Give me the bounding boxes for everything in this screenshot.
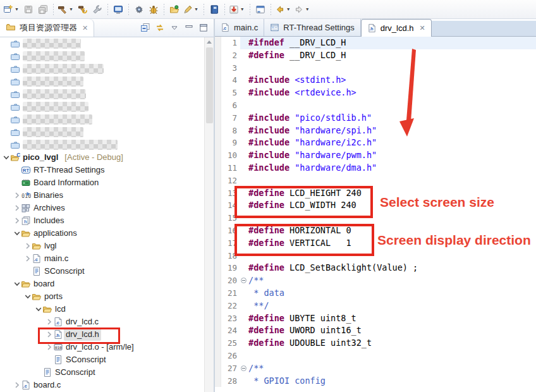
code-text[interactable]: * GPIOI config — [248, 375, 536, 388]
forward-arrow-button[interactable]: ▼ — [293, 2, 312, 17]
tree-item-lcd[interactable]: lcd — [0, 303, 204, 315]
code-text[interactable]: #ifndef __DRV_LCD_H — [248, 37, 536, 49]
terminal-button[interactable] — [111, 2, 125, 17]
maximize-button[interactable] — [198, 23, 209, 33]
tree-item-sconscript[interactable]: SConscript — [0, 366, 204, 379]
dropdown-arrow-icon[interactable]: ▼ — [285, 2, 292, 17]
tree-item-sconscript[interactable]: SConscript — [0, 353, 204, 366]
tree-item-lvgl[interactable]: lvgl — [0, 240, 204, 252]
tree-item-main-c[interactable]: .cmain.c — [0, 252, 204, 265]
code-line-15[interactable]: 15 — [215, 212, 536, 224]
code-line-13[interactable]: 13#define LCD_HEIGHT 240 — [215, 187, 536, 200]
code-text[interactable]: /** — [248, 362, 536, 375]
code-line-10[interactable]: 10#include "hardware/pwm.h" — [215, 149, 536, 162]
code-text[interactable]: #include <rtdevice.h> — [248, 87, 536, 99]
code-line-3[interactable]: 3 — [215, 62, 536, 75]
code-line-17[interactable]: 17#define VERTICAL 1 — [215, 237, 536, 250]
tree-scrollbar[interactable] — [204, 37, 214, 392]
code-line-20[interactable]: 20/** — [215, 274, 536, 287]
code-line-25[interactable]: 25#define UDOUBLE uint32_t — [215, 337, 536, 350]
tree-item-redacted[interactable] — [0, 75, 204, 88]
code-text[interactable]: #define HORIZONTAL 0 — [248, 224, 536, 237]
build-all-button[interactable] — [76, 2, 90, 17]
code-text[interactable]: **/ — [248, 300, 536, 312]
code-line-11[interactable]: 11#include "hardware/dma.h" — [215, 162, 536, 175]
build-button[interactable]: ▼ — [57, 2, 75, 17]
fold-minus-icon[interactable] — [240, 362, 248, 375]
code-text[interactable]: #define LCD_SetBacklight(Value) ; — [248, 262, 536, 274]
code-line-8[interactable]: 8#include "hardware/spi.h" — [215, 125, 536, 137]
collapse-all-button[interactable] — [140, 23, 150, 33]
build-settings-wrench-button[interactable] — [90, 2, 104, 17]
new-wizard-button[interactable]: ▼ — [3, 2, 21, 17]
debug-bug-button[interactable] — [147, 2, 161, 17]
tree-item-redacted[interactable] — [0, 50, 204, 63]
tree-item-rt-thread-settings[interactable]: RTRT-Thread Settings — [0, 164, 204, 176]
code-text[interactable]: #include "hardware/i2c.h" — [248, 137, 536, 149]
debug-config-gear-button[interactable] — [132, 2, 146, 17]
back-arrow-button[interactable]: ▼ — [274, 2, 293, 17]
tree-item-board[interactable]: board — [0, 278, 204, 290]
code-line-21[interactable]: 21 * data — [215, 287, 536, 300]
code-line-12[interactable]: 12 — [215, 175, 536, 187]
scroll-up-icon[interactable] — [205, 37, 214, 47]
dropdown-arrow-icon[interactable]: ▼ — [239, 2, 246, 17]
code-text[interactable]: #include <stdint.h> — [248, 74, 536, 87]
link-with-editor-button[interactable] — [155, 23, 165, 33]
close-icon[interactable]: ✕ — [418, 24, 425, 32]
code-line-14[interactable]: 14#define LCD_WIDTH 240 — [215, 199, 536, 212]
tree-item-redacted[interactable] — [0, 113, 204, 126]
dropdown-arrow-icon[interactable]: ▼ — [193, 2, 200, 17]
tree-item-archives[interactable]: Archives — [0, 202, 204, 214]
code-text[interactable]: #define __DRV_LCD_H — [248, 49, 536, 62]
code-text[interactable]: #include "hardware/dma.h" — [248, 162, 536, 175]
code-text[interactable] — [248, 99, 536, 112]
save-button[interactable] — [21, 2, 35, 17]
code-text[interactable] — [248, 350, 536, 362]
code-text[interactable] — [248, 62, 536, 75]
tree-item-drv-lcd-o-arm-le[interactable]: 010drv_lcd.o - [arm/le] — [0, 341, 204, 353]
code-text[interactable]: #define LCD_WIDTH 240 — [248, 199, 536, 212]
code-text[interactable]: #define UBYTE uint8_t — [248, 312, 536, 325]
tree-item-redacted[interactable] — [0, 37, 204, 50]
code-text[interactable]: #include "hardware/pwm.h" — [248, 149, 536, 162]
code-line-7[interactable]: 7#include "pico/stdlib.h" — [215, 112, 536, 125]
code-line-1[interactable]: 1#ifndef __DRV_LCD_H — [215, 37, 536, 49]
help-book-button[interactable] — [207, 2, 221, 17]
tree-item-redacted[interactable] — [0, 126, 204, 138]
code-line-28[interactable]: 28 * GPIOI config — [215, 375, 536, 388]
code-text[interactable] — [248, 212, 536, 224]
code-text[interactable]: * data — [248, 287, 536, 300]
code-text[interactable]: /** — [248, 274, 536, 287]
console-view-button[interactable] — [253, 2, 267, 17]
code-text[interactable] — [248, 175, 536, 187]
dropdown-arrow-icon[interactable]: ▼ — [68, 2, 75, 17]
tree-item-redacted[interactable] — [0, 63, 204, 75]
minimize-button[interactable] — [184, 23, 194, 33]
code-text[interactable]: #define UDOUBLE uint32_t — [248, 337, 536, 350]
close-icon[interactable]: ✕ — [81, 24, 88, 32]
code-line-27[interactable]: 27/** — [215, 362, 536, 375]
code-text[interactable] — [248, 250, 536, 262]
dropdown-arrow-icon[interactable]: ▼ — [13, 2, 20, 17]
code-line-4[interactable]: 4#include <stdint.h> — [215, 74, 536, 87]
tree-item-redacted[interactable] — [0, 138, 204, 151]
editor-tab-main-c[interactable]: .cmain.c — [215, 19, 264, 36]
tab-project-explorer[interactable]: 项目资源管理器 ✕ — [0, 19, 94, 37]
code-line-2[interactable]: 2#define __DRV_LCD_H — [215, 49, 536, 62]
code-text[interactable]: #include "hardware/spi.h" — [248, 125, 536, 137]
code-line-6[interactable]: 6 — [215, 99, 536, 112]
scrollbar-thumb[interactable] — [206, 47, 213, 123]
code-text[interactable]: #define UWORD uint16_t — [248, 324, 536, 337]
fold-minus-icon[interactable] — [240, 274, 248, 287]
tree-item-ports[interactable]: ports — [0, 290, 204, 303]
code-line-9[interactable]: 9#include "hardware/i2c.h" — [215, 137, 536, 149]
tree-item-redacted[interactable] — [0, 101, 204, 113]
code-line-18[interactable]: 18 — [215, 250, 536, 262]
import-package-button[interactable]: ▼ — [228, 2, 247, 17]
open-project-folder-button[interactable] — [168, 2, 181, 17]
dropdown-arrow-icon[interactable]: ▼ — [304, 2, 311, 17]
code-line-24[interactable]: 24#define UWORD uint16_t — [215, 324, 536, 337]
editor-tab-drv-lcd-h[interactable]: .hdrv_lcd.h✕ — [361, 19, 432, 37]
tree-item-pico-lvgl[interactable]: Cpico_lvgl[Active - Debug] — [0, 151, 204, 164]
